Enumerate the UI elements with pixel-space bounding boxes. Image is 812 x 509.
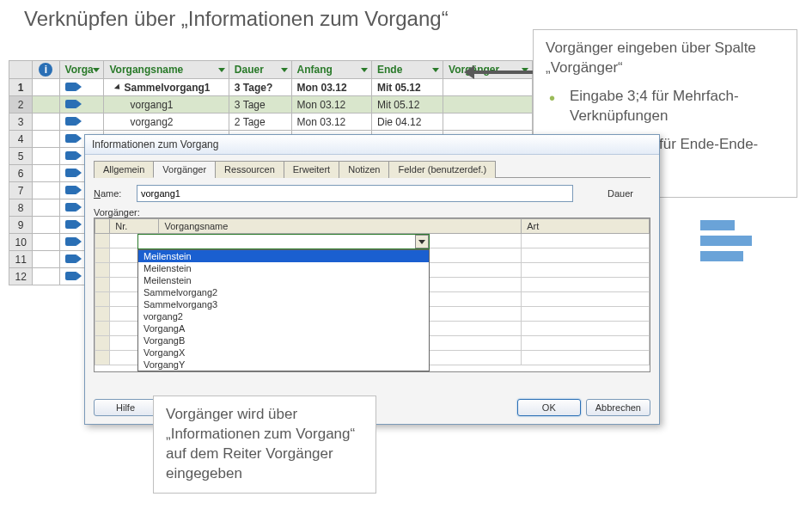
grid-cell[interactable] (522, 248, 650, 263)
ok-button[interactable]: OK (517, 399, 581, 416)
table-cell[interactable]: 5 (9, 148, 33, 165)
chevron-down-icon[interactable] (415, 235, 429, 248)
col-anfang[interactable]: Anfang (291, 61, 371, 79)
table-cell[interactable]: 1 (9, 79, 33, 96)
table-cell[interactable]: 12 (9, 268, 33, 285)
table-cell[interactable]: 11 (9, 251, 33, 268)
table-cell[interactable] (443, 113, 533, 131)
table-cell[interactable] (443, 96, 533, 113)
table-cell[interactable]: Mit 05.12 (372, 96, 443, 113)
table-cell[interactable] (33, 131, 59, 148)
dropdown-item[interactable]: VorgangX (138, 346, 429, 359)
table-cell[interactable] (59, 79, 104, 96)
table-cell[interactable] (59, 113, 104, 131)
tab-notizen[interactable]: Notizen (339, 161, 389, 178)
grid-cell[interactable] (95, 248, 110, 263)
tab-vorg-nger[interactable]: Vorgänger (153, 161, 216, 178)
table-cell[interactable] (33, 96, 59, 113)
table-cell[interactable]: Sammelvorgang1 (104, 79, 229, 96)
grid-header-name[interactable]: Vorgangsname (159, 219, 522, 234)
grid-cell[interactable] (95, 263, 110, 278)
table-cell[interactable]: 10 (9, 234, 33, 251)
col-info[interactable]: i (33, 61, 59, 79)
table-cell[interactable]: Die 04.12 (372, 113, 443, 131)
grid-cell[interactable] (95, 322, 110, 336)
table-cell[interactable]: 8 (9, 199, 33, 217)
table-cell[interactable]: 4 (9, 131, 33, 148)
table-cell[interactable]: Mon 03.12 (291, 113, 371, 131)
table-cell[interactable]: 3 (9, 113, 33, 131)
table-cell[interactable] (33, 234, 59, 251)
help-button[interactable]: Hilfe (94, 399, 157, 416)
table-cell[interactable] (33, 199, 59, 217)
table-cell[interactable] (33, 182, 59, 199)
grid-cell[interactable] (95, 336, 110, 351)
table-cell[interactable] (33, 113, 59, 131)
table-cell[interactable]: vorgang1 (104, 96, 229, 113)
table-cell[interactable]: Mon 03.12 (291, 96, 371, 113)
table-cell[interactable] (33, 148, 59, 165)
table-cell[interactable] (33, 268, 59, 285)
table-cell[interactable] (443, 79, 533, 96)
grid-cell[interactable] (522, 234, 650, 248)
table-cell[interactable]: 2 (9, 96, 33, 113)
tab-felder-benutzerdef-[interactable]: Felder (benutzerdef.) (388, 161, 496, 178)
table-cell[interactable]: 2 Tage (229, 113, 291, 131)
grid-cell[interactable] (95, 292, 110, 307)
table-cell[interactable] (59, 96, 104, 113)
col-dauer[interactable]: Dauer (229, 61, 291, 79)
dropdown-item[interactable]: Meilenstein (138, 250, 429, 262)
name-field[interactable] (137, 185, 573, 202)
grid-header-art[interactable]: Art (522, 219, 650, 234)
grid-cell[interactable] (522, 278, 650, 292)
dropdown-item[interactable]: Sammelvorgang3 (138, 298, 429, 310)
dropdown-item[interactable]: vorgang2 (138, 310, 429, 322)
grid-cell[interactable] (95, 351, 110, 365)
table-cell[interactable]: vorgang2 (104, 113, 229, 131)
grid-cell[interactable] (522, 292, 650, 307)
table-cell[interactable]: 3 Tage (229, 96, 291, 113)
tab-erweitert[interactable]: Erweitert (284, 161, 339, 178)
cancel-button[interactable]: Abbrechen (586, 399, 650, 416)
table-cell[interactable]: 7 (9, 182, 33, 199)
annotation-bottom: Vorgänger wird über „Informationen zum V… (153, 396, 376, 494)
col-vorga[interactable]: Vorga (59, 61, 104, 79)
grid-cell[interactable] (522, 307, 650, 322)
table-cell[interactable] (33, 165, 59, 182)
dropdown-item[interactable]: Sammelvorgang2 (138, 286, 429, 298)
grid-cell[interactable] (522, 336, 650, 351)
dropdown-item[interactable]: Meilenstein (138, 274, 429, 286)
dropdown-item[interactable]: VorgangY (138, 359, 429, 371)
dropdown-input[interactable] (137, 234, 430, 249)
grid-cell[interactable] (95, 278, 110, 292)
tab-ressourcen[interactable]: Ressourcen (215, 161, 284, 178)
tab-allgemein[interactable]: Allgemein (94, 161, 154, 178)
dropdown-item[interactable]: VorgangB (138, 334, 429, 346)
dropdown-item[interactable]: Meilenstein (138, 262, 429, 274)
grid-cell[interactable] (522, 351, 650, 365)
grid-cell[interactable] (522, 263, 650, 278)
grid-cell[interactable] (522, 322, 650, 336)
table-cell[interactable] (33, 251, 59, 268)
grid-cell[interactable] (95, 307, 110, 322)
task-mode-icon (65, 254, 77, 263)
table-cell[interactable]: 9 (9, 217, 33, 234)
table-cell[interactable]: Mon 03.12 (291, 79, 371, 96)
table-row[interactable]: 1Sammelvorgang13 Tage?Mon 03.12Mit 05.12 (9, 79, 533, 96)
col-name[interactable]: Vorgangsname (104, 61, 229, 79)
table-row[interactable]: 3vorgang22 TageMon 03.12Die 04.12 (9, 113, 533, 131)
grid-header-nr[interactable]: Nr. (110, 219, 159, 234)
table-cell[interactable]: 3 Tage? (229, 79, 291, 96)
task-mode-icon (65, 169, 77, 177)
table-cell[interactable]: 6 (9, 165, 33, 182)
predecessors-grid[interactable]: Nr. Vorgangsname Art MeilensteinMeilenst… (94, 218, 650, 372)
table-cell[interactable] (33, 217, 59, 234)
grid-cell[interactable] (95, 234, 110, 248)
col-ende[interactable]: Ende (372, 61, 443, 79)
table-cell[interactable]: Mit 05.12 (372, 79, 443, 96)
dropdown-item[interactable]: VorgangA (138, 322, 429, 334)
table-cell[interactable] (33, 79, 59, 96)
dropdown-list[interactable]: MeilensteinMeilensteinMeilensteinSammelv… (137, 249, 430, 371)
table-row[interactable]: 2vorgang13 TageMon 03.12Mit 05.12 (9, 96, 533, 113)
predecessor-name-dropdown[interactable]: MeilensteinMeilensteinMeilensteinSammelv… (137, 234, 430, 371)
